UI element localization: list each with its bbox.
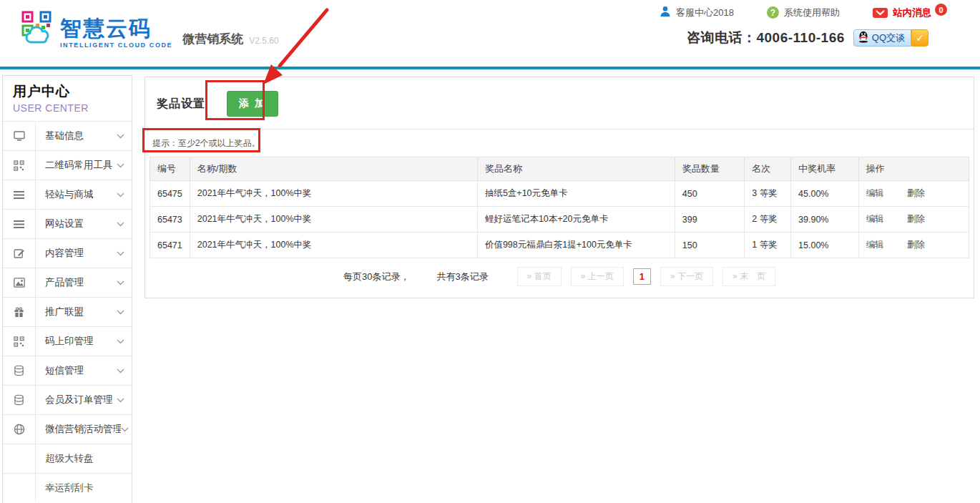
service-center-link[interactable]: 客服中心2018 xyxy=(660,6,734,19)
delete-link[interactable]: 删除 xyxy=(907,240,925,250)
cell-rate: 45.00% xyxy=(791,181,859,207)
chevron-down-icon xyxy=(121,427,129,432)
cell-id: 65475 xyxy=(150,181,190,207)
chevron-down-icon xyxy=(117,251,124,256)
hint-text: 提示：至少2个或以上奖品。 xyxy=(145,130,974,157)
database-icon xyxy=(3,386,36,414)
delete-link[interactable]: 删除 xyxy=(907,214,925,224)
chevron-down-icon xyxy=(117,368,124,373)
table-row: 65475 2021年牛气冲天，100%中奖 抽纸5盒+10元免单卡 450 3… xyxy=(150,181,969,207)
submenu-indent xyxy=(3,474,36,502)
system-help-link[interactable]: ? 系统使用帮助 xyxy=(767,6,840,19)
help-icon: ? xyxy=(767,6,779,19)
brand-name: 智慧云码 xyxy=(60,18,172,39)
edit-link[interactable]: 编辑 xyxy=(866,240,884,250)
sidebar-item-promotion-alliance[interactable]: 推广联盟 xyxy=(3,297,132,326)
col-prize: 奖品名称 xyxy=(477,157,675,181)
sidebar-item-site-settings[interactable]: 网站设置 xyxy=(3,209,132,238)
chevron-down-icon xyxy=(117,192,124,197)
col-id: 编号 xyxy=(150,157,190,181)
first-page-button[interactable]: » 首页 xyxy=(517,267,562,286)
main-panel: 奖品设置 添 加 提示：至少2个或以上奖品。 编号 名称/期数 奖品名称 奖品数… xyxy=(144,77,974,298)
mail-icon xyxy=(873,8,888,18)
current-page-button[interactable]: 1 xyxy=(633,268,651,285)
table-row: 65471 2021年牛气冲天，100%中奖 价值998元福鼎白茶1提+100元… xyxy=(150,233,969,258)
sidebar-item-label: 轻站与商城 xyxy=(36,188,117,201)
panel-header: 奖品设置 添 加 xyxy=(145,77,974,130)
sidebar-item-label: 推广联盟 xyxy=(36,306,117,318)
chevron-down-icon xyxy=(117,310,124,315)
sidebar-item-label: 微信营销活动管理 xyxy=(36,423,121,436)
site-messages-link[interactable]: 站内消息 0 xyxy=(873,6,947,19)
sidebar-item-content-management[interactable]: 内容管理 xyxy=(3,238,132,268)
cell-rank: 1 等奖 xyxy=(745,233,791,258)
sidebar-item-sms-management[interactable]: 短信管理 xyxy=(3,356,132,385)
prize-table: 编号 名称/期数 奖品名称 奖品数量 名次 中奖机率 操作 65475 2021… xyxy=(150,157,969,258)
sidebar-item-member-order-management[interactable]: 会员及订单管理 xyxy=(3,385,132,414)
col-rate: 中奖机率 xyxy=(791,157,859,181)
image-icon xyxy=(3,268,36,297)
qq-chat-button[interactable]: QQ交谈 xyxy=(853,29,911,47)
qq-chat-label: QQ交谈 xyxy=(872,31,905,44)
cell-prize: 价值998元福鼎白茶1提+100元免单卡 xyxy=(477,233,675,258)
cell-name: 2021年牛气冲天，100%中奖 xyxy=(190,207,477,233)
edit-link[interactable]: 编辑 xyxy=(866,214,884,224)
sidebar-item-lite-site-mall[interactable]: 轻站与商城 xyxy=(3,180,132,209)
globe-icon xyxy=(3,415,36,444)
qrcode-icon xyxy=(3,327,36,356)
cell-prize: 鲤好运笔记本10本+20元免单卡 xyxy=(477,207,675,233)
sidebar-subitem-label: 超级大转盘 xyxy=(36,452,132,465)
sidebar-item-product-management[interactable]: 产品管理 xyxy=(3,268,132,297)
chevron-down-icon xyxy=(117,339,124,344)
total-records-text: 共有3条记录 xyxy=(436,270,488,283)
qq-verified-icon: ✓ xyxy=(911,29,928,47)
prev-page-button[interactable]: » 上一页 xyxy=(571,267,624,286)
sidebar-subitem-lucky-wheel[interactable]: 超级大转盘 xyxy=(3,444,132,473)
cell-qty: 450 xyxy=(675,181,745,207)
menu-lines-icon xyxy=(3,180,36,209)
sidebar-item-code-print-management[interactable]: 码上印管理 xyxy=(3,326,132,356)
next-page-button[interactable]: » 下一页 xyxy=(660,267,713,286)
sidebar-item-label: 基础信息 xyxy=(36,130,117,142)
cell-id: 65473 xyxy=(150,207,190,233)
table-row: 65473 2021年牛气冲天，100%中奖 鲤好运笔记本10本+20元免单卡 … xyxy=(150,207,969,233)
col-name: 名称/期数 xyxy=(190,157,477,181)
phone-number: 咨询电话：4006-110-166 xyxy=(687,29,845,47)
menu-lines-icon xyxy=(3,210,36,238)
qq-chat-group: QQ交谈 ✓ xyxy=(853,29,928,47)
chevron-down-icon xyxy=(117,398,124,403)
table-header-row: 编号 名称/期数 奖品名称 奖品数量 名次 中奖机率 操作 xyxy=(150,157,969,181)
qq-penguin-icon xyxy=(858,31,869,45)
add-prize-button[interactable]: 添 加 xyxy=(227,91,278,117)
cell-qty: 150 xyxy=(675,233,745,258)
chevron-down-icon xyxy=(117,280,124,285)
monitor-icon xyxy=(3,122,36,150)
service-center-label: 客服中心2018 xyxy=(676,6,734,19)
site-messages-label: 站内消息 xyxy=(893,6,931,19)
sidebar-subitem-scratch-card[interactable]: 幸运刮刮卡 xyxy=(3,473,132,502)
sidebar-subtitle: USER CENTER xyxy=(13,102,122,114)
edit-link[interactable]: 编辑 xyxy=(866,188,884,198)
logo-qr-cloud-icon xyxy=(21,10,54,49)
chevron-down-icon xyxy=(117,134,124,139)
system-help-label: 系统使用帮助 xyxy=(784,6,840,19)
cell-rate: 15.00% xyxy=(791,233,859,258)
col-qty: 奖品数量 xyxy=(675,157,745,181)
sidebar-item-basic-info[interactable]: 基础信息 xyxy=(3,121,132,150)
user-icon xyxy=(660,6,671,19)
last-page-button[interactable]: » 末 页 xyxy=(722,267,775,286)
cell-prize: 抽纸5盒+10元免单卡 xyxy=(477,181,675,207)
sidebar-header: 用户中心 USER CENTER xyxy=(3,76,132,121)
sidebar-item-wechat-marketing[interactable]: 微信营销活动管理 xyxy=(3,414,132,444)
sidebar-item-qrcode-tools[interactable]: 二维码常用工具 xyxy=(3,150,132,180)
top-header: 智慧云码 INTELLIGENT CLOUD CODE 微营销系统 V2.5.6… xyxy=(0,0,980,69)
page-title: 奖品设置 xyxy=(157,97,205,112)
prize-table-wrap: 编号 名称/期数 奖品名称 奖品数量 名次 中奖机率 操作 65475 2021… xyxy=(150,157,969,258)
product-name: 微营销系统 xyxy=(182,31,243,49)
sidebar-title: 用户中心 xyxy=(13,82,122,101)
edit-icon xyxy=(3,239,36,268)
delete-link[interactable]: 删除 xyxy=(907,188,925,198)
cell-rank: 2 等奖 xyxy=(745,207,791,233)
col-rank: 名次 xyxy=(745,157,791,181)
brand-subtitle: INTELLIGENT CLOUD CODE xyxy=(60,41,172,49)
